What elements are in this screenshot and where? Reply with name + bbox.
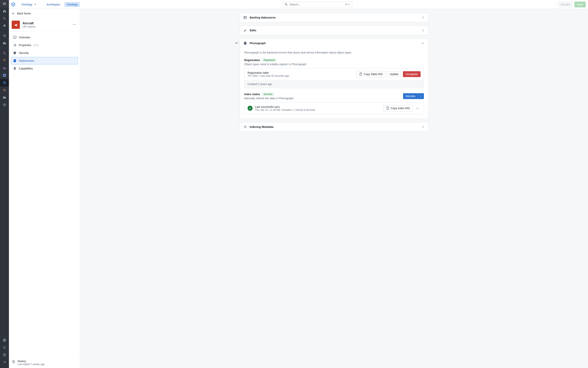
rail-shuffle-icon[interactable] (0, 344, 9, 351)
database-icon (243, 41, 247, 45)
rail-package-icon[interactable] (0, 101, 9, 109)
rail-search-icon[interactable] (0, 15, 9, 22)
search-input[interactable] (290, 3, 344, 6)
section-registration: Registration Registered Object types nee… (244, 58, 424, 88)
rail-ontology-icon[interactable] (0, 79, 9, 86)
shield-icon (13, 51, 17, 55)
registration-created: Created 2 years ago (244, 80, 424, 88)
object-more-button[interactable] (71, 22, 77, 28)
reindex-caret[interactable] (418, 93, 424, 99)
tab-ontology[interactable]: Ontology (64, 2, 80, 7)
copy-index-rid-button[interactable]: Copy Index RID (383, 105, 412, 111)
section-index-status: Index status Success Manually refresh th… (244, 92, 424, 114)
monitor-icon (13, 36, 17, 39)
rail-chart-icon[interactable] (0, 64, 9, 72)
tab-archetypes[interactable]: Archetypes (44, 2, 62, 7)
phonograph-desc: Phonograph is the backend service that s… (244, 51, 424, 54)
reindex-button[interactable]: Reindex (403, 93, 418, 99)
link-anchor-icon[interactable] (235, 41, 238, 45)
database-icon (13, 59, 17, 63)
update-button[interactable]: Update (387, 71, 401, 77)
global-search[interactable]: ⌘ K (282, 2, 352, 7)
rail-help-icon[interactable] (0, 351, 9, 359)
object-sidepanel: Back home Aircraft 185 objects Overview (9, 9, 80, 368)
nav-datasources[interactable]: Datasources (11, 57, 78, 64)
card-indexing-metadata[interactable]: Indexing Metadata (240, 122, 428, 132)
rail-grid-icon[interactable] (0, 72, 9, 79)
reindex-split-button[interactable]: Reindex (403, 93, 424, 99)
nav-capabilities[interactable]: Capabilities (11, 65, 78, 72)
chevron-right-icon (421, 16, 425, 19)
back-home-label: Back home (17, 12, 31, 15)
gear-icon (243, 125, 247, 129)
search-shortcut: ⌘ K (345, 3, 350, 6)
caret-down-icon (34, 3, 37, 6)
history-icon (12, 360, 15, 364)
table-icon (243, 16, 247, 19)
rail-history-icon[interactable] (0, 32, 9, 39)
copy-table-rid-button[interactable]: Copy Table RID (356, 71, 385, 77)
breadcrumb-label: Ontology (21, 3, 32, 6)
clipboard-icon (386, 106, 390, 110)
card-backing-datasource[interactable]: Backing datasource (240, 13, 428, 22)
nav-security[interactable]: Security (11, 49, 78, 57)
main-content: Backing datasource Edits (80, 9, 588, 368)
layers-icon (13, 67, 17, 70)
rail-globe-icon[interactable] (0, 336, 9, 344)
rail-explore-icon[interactable] (0, 49, 9, 57)
index-more-button[interactable] (414, 105, 421, 111)
rail-open-external-icon[interactable] (0, 359, 9, 366)
chevron-right-icon (421, 29, 425, 32)
breadcrumb-ontology[interactable]: Ontology (20, 2, 38, 7)
rail-files-icon[interactable] (0, 39, 9, 47)
chevron-down-icon (421, 41, 425, 45)
object-header: Aircraft 185 objects (9, 18, 80, 32)
card-edits[interactable]: Edits (240, 26, 428, 35)
app-rail (0, 0, 9, 368)
success-badge: Success (262, 92, 274, 96)
registered-badge: Registered (262, 58, 276, 62)
rail-home-icon[interactable] (0, 7, 9, 15)
rail-filter-icon[interactable] (0, 57, 9, 64)
chevron-right-icon (421, 125, 425, 129)
nav-overview[interactable]: Overview (11, 34, 78, 41)
search-icon (285, 3, 288, 6)
rail-folder2-icon[interactable] (0, 94, 9, 101)
topbar: Ontology Archetypes Ontology ⌘ K Discard… (9, 0, 588, 9)
success-check-icon (248, 106, 253, 111)
card-phonograph: Phonograph Phonograph is the backend ser… (240, 38, 428, 119)
aircraft-icon (12, 21, 20, 29)
edit-icon (243, 29, 247, 32)
clipboard-icon (359, 72, 362, 76)
list-icon (13, 43, 17, 47)
object-subtitle: 185 objects (23, 25, 36, 28)
discard-button[interactable]: Discard (558, 1, 572, 7)
unregister-button[interactable]: Unregister (403, 71, 421, 77)
rail-notifications-icon[interactable] (0, 22, 9, 30)
save-button[interactable]: Save (574, 1, 586, 7)
phonograph-header[interactable]: Phonograph (240, 39, 428, 48)
arrow-left-icon (12, 12, 15, 15)
app-logo-icon[interactable] (9, 0, 18, 9)
back-home-link[interactable]: Back home (9, 9, 80, 18)
object-title: Aircraft (23, 22, 36, 25)
history-footer[interactable]: History Last edited 7 weeks ago (9, 357, 80, 368)
rail-slider-icon[interactable] (0, 86, 9, 94)
nav-properties[interactable]: Properties (17) (11, 41, 78, 49)
rail-menu-icon[interactable] (0, 0, 9, 7)
